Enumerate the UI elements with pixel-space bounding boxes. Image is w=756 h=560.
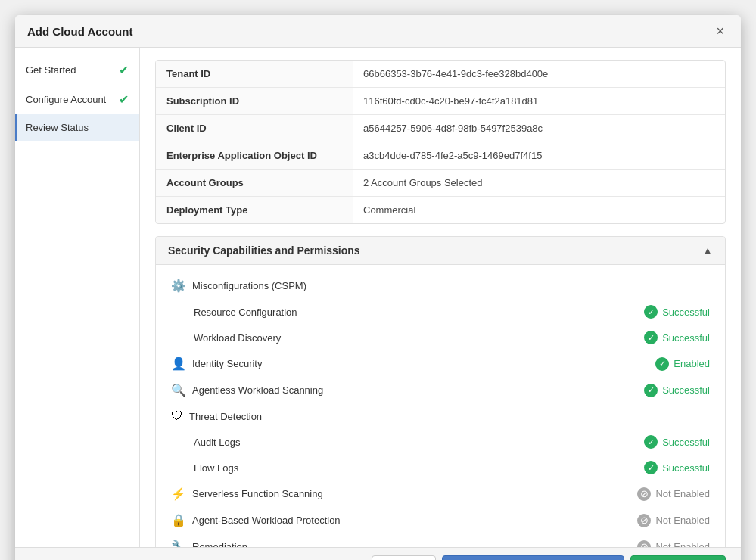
serverless-icon: ⚡ <box>171 487 186 501</box>
info-label-tenant-id: Tenant ID <box>156 61 353 87</box>
check-icon: ✔ <box>119 63 129 77</box>
agentless-workload-label: Agentless Workload Scanning <box>192 384 644 396</box>
resource-config-check-icon: ✓ <box>644 305 658 319</box>
identity-security-status: ✓ Enabled <box>655 357 710 371</box>
info-value-client-id: a5644257-5906-4d8f-98fb-5497f2539a8c <box>353 115 553 142</box>
security-body: ⚙️ Misconfigurations (CSPM) Resource Con… <box>156 265 725 547</box>
info-value-deployment-type: Commercial <box>353 197 426 223</box>
audit-logs-label: Audit Logs <box>194 437 644 448</box>
misconfigurations-icon: ⚙️ <box>171 278 186 293</box>
sidebar-item-get-started[interactable]: Get Started ✔ <box>15 55 139 85</box>
info-row-subscription-id: Subscription ID 116f60fd-cd0c-4c20-be97-… <box>156 88 725 115</box>
info-row-deployment-type: Deployment Type Commercial <box>156 197 725 223</box>
capability-resource-config: Resource Configuration ✓ Successful <box>156 299 725 325</box>
check-icon: ✔ <box>119 92 129 107</box>
workload-discovery-status: ✓ Successful <box>644 331 710 344</box>
sidebar-item-configure-account[interactable]: Configure Account ✔ <box>15 85 139 114</box>
previous-button[interactable]: Previous <box>372 555 436 560</box>
agentless-workload-icon: 🔍 <box>171 383 186 397</box>
info-label-subscription-id: Subscription ID <box>156 88 353 114</box>
info-label-account-groups: Account Groups <box>156 170 353 196</box>
remediation-no-icon: ⊘ <box>637 540 651 548</box>
capability-flow-logs: Flow Logs ✓ Successful <box>156 455 725 481</box>
remediation-icon: 🔧 <box>171 540 186 547</box>
chevron-up-icon: ▲ <box>702 244 713 257</box>
security-section: Security Capabilities and Permissions ▲ … <box>155 236 726 547</box>
flow-logs-label: Flow Logs <box>194 462 644 474</box>
capability-agent-workload: 🔒 Agent-Based Workload Protection ⊘ Not … <box>156 507 725 534</box>
info-row-enterprise-app: Enterprise Application Object ID a3cb4dd… <box>156 142 725 170</box>
audit-logs-check-icon: ✓ <box>644 435 658 449</box>
identity-security-icon: 👤 <box>171 356 186 371</box>
close-button[interactable]: × <box>711 23 729 39</box>
info-row-tenant-id: Tenant ID 66b66353-3b76-4e41-9dc3-fee328… <box>156 61 725 88</box>
identity-security-label: Identity Security <box>192 358 655 369</box>
misconfigurations-label: Misconfigurations (CSPM) <box>192 280 710 291</box>
info-value-enterprise-app: a3cb4dde-d785-4fe2-a5c9-1469ed7f4f15 <box>353 142 552 169</box>
serverless-no-icon: ⊘ <box>637 487 651 501</box>
modal-body: Get Started ✔ Configure Account ✔ Review… <box>15 48 741 547</box>
modal-title: Add Cloud Account <box>27 25 132 38</box>
flow-logs-status: ✓ Successful <box>644 461 710 474</box>
agentless-workload-check-icon: ✓ <box>644 384 658 397</box>
save-close-button[interactable]: Save and Close <box>630 555 726 560</box>
security-header-title: Security Capabilities and Permissions <box>168 244 360 257</box>
sidebar: Get Started ✔ Configure Account ✔ Review… <box>15 48 140 547</box>
account-info-table: Tenant ID 66b66353-3b76-4e41-9dc3-fee328… <box>155 60 726 224</box>
workload-discovery-check-icon: ✓ <box>644 331 658 344</box>
capability-workload-discovery: Workload Discovery ✓ Successful <box>156 325 725 350</box>
resource-config-label: Resource Configuration <box>194 306 644 318</box>
agentless-workload-status: ✓ Successful <box>644 384 710 397</box>
threat-detection-icon: 🛡 <box>171 409 183 423</box>
agent-workload-status: ⊘ Not Enabled <box>637 514 710 527</box>
capability-agentless-workload: 🔍 Agentless Workload Scanning ✓ Successf… <box>156 377 725 403</box>
remediation-status: ⊘ Not Enabled <box>637 540 710 548</box>
sidebar-item-label: Get Started <box>26 64 76 76</box>
remediation-label: Remediation <box>192 541 637 547</box>
info-value-account-groups: 2 Account Groups Selected <box>353 170 493 196</box>
capability-misconfigurations: ⚙️ Misconfigurations (CSPM) <box>156 272 725 299</box>
capability-audit-logs: Audit Logs ✓ Successful <box>156 429 725 455</box>
info-label-enterprise-app: Enterprise Application Object ID <box>156 142 353 169</box>
content-area: Tenant ID 66b66353-3b76-4e41-9dc3-fee328… <box>140 48 741 547</box>
sidebar-item-label: Review Status <box>26 122 89 133</box>
info-value-tenant-id: 66b66353-3b76-4e41-9dc3-fee328bd400e <box>353 61 558 87</box>
modal-footer: For product documentation please click h… <box>15 547 741 560</box>
capability-serverless: ⚡ Serverless Function Scanning ⊘ Not Ena… <box>156 481 725 507</box>
sidebar-item-review-status[interactable]: Review Status <box>15 114 139 141</box>
serverless-status: ⊘ Not Enabled <box>637 487 710 501</box>
audit-logs-status: ✓ Successful <box>644 435 710 449</box>
info-row-client-id: Client ID a5644257-5906-4d8f-98fb-5497f2… <box>156 115 725 142</box>
sidebar-item-label: Configure Account <box>26 94 106 105</box>
security-header[interactable]: Security Capabilities and Permissions ▲ <box>156 237 725 265</box>
resource-config-status: ✓ Successful <box>644 305 710 319</box>
info-label-deployment-type: Deployment Type <box>156 197 353 223</box>
capability-identity-security: 👤 Identity Security ✓ Enabled <box>156 350 725 377</box>
agent-workload-icon: 🔒 <box>171 513 186 527</box>
agent-workload-label: Agent-Based Workload Protection <box>192 515 637 526</box>
info-row-account-groups: Account Groups 2 Account Groups Selected <box>156 170 725 197</box>
threat-detection-label: Threat Detection <box>189 411 710 422</box>
workload-discovery-label: Workload Discovery <box>194 332 644 344</box>
capability-remediation: 🔧 Remediation ⊘ Not Enabled <box>156 534 725 547</box>
flow-logs-check-icon: ✓ <box>644 461 658 474</box>
identity-security-check-icon: ✓ <box>655 357 669 371</box>
info-value-subscription-id: 116f60fd-cd0c-4c20-be97-fc4f2a181d81 <box>353 88 549 114</box>
agent-workload-no-icon: ⊘ <box>637 514 651 527</box>
save-onboard-button[interactable]: Save and Onboard Another Account <box>442 555 624 560</box>
capability-threat-detection: 🛡 Threat Detection <box>156 403 725 429</box>
info-label-client-id: Client ID <box>156 115 353 142</box>
footer-buttons: Previous Save and Onboard Another Accoun… <box>372 555 726 560</box>
modal-header: Add Cloud Account × <box>15 15 741 48</box>
serverless-label: Serverless Function Scanning <box>192 488 637 499</box>
